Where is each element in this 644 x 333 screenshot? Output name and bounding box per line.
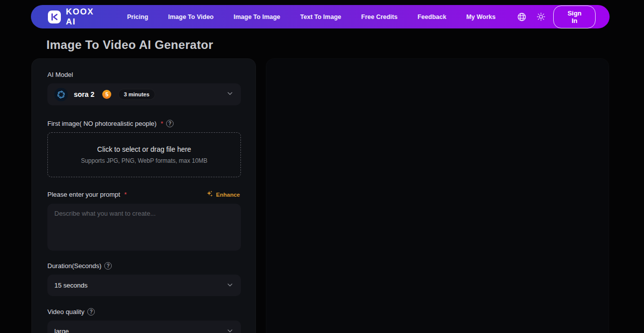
nav-item-image-to-video[interactable]: Image To Video [168,9,214,24]
nav-item-image-to-image[interactable]: Image To Image [233,9,280,24]
ai-model-label-text: AI Model [47,71,73,78]
first-image-label: First image( NO photorealistic people) *… [47,120,240,127]
enhance-prompt-button[interactable]: Enhance [206,190,240,199]
prompt-input[interactable] [47,204,241,251]
sparkles-icon [206,190,214,199]
prompt-label-text: Please enter your prompt [47,191,120,198]
duration-selected-value: 15 seconds [54,282,88,289]
sora-model-icon [54,88,68,101]
upload-title: Click to select or drag file here [97,145,191,153]
ai-model-select[interactable]: sora 2 5 3 minutes [47,83,241,105]
chevron-down-icon [226,281,234,290]
nav-item-my-works[interactable]: My Works [466,9,496,24]
page-title: Image To Video AI Generator [46,38,213,52]
question-circle-icon[interactable]: ? [87,308,95,316]
chevron-down-icon [226,89,234,99]
required-asterisk: * [161,120,163,127]
credit-cost-badge: 5 [102,90,111,99]
nav-item-pricing[interactable]: Pricing [127,9,148,24]
nav-icon-group [516,11,546,22]
koox-logo-icon [48,10,61,23]
upload-hint: Supports JPG, PNG, WebP formats, max 10M… [81,157,208,164]
sun-icon[interactable] [535,11,546,22]
duration-select[interactable]: 15 seconds [47,275,241,296]
generation-time-badge: 3 minutes [118,89,155,100]
image-upload-dropzone[interactable]: Click to select or drag file here Suppor… [47,132,241,177]
first-image-label-text: First image( NO photorealistic people) [47,120,157,127]
nav-links-primary: Pricing Image To Video Image To Image Te… [117,9,351,24]
selected-model-name: sora 2 [74,90,94,98]
duration-label-text: Duration(Seconds) [47,262,101,270]
brand[interactable]: KOOX AI [48,7,100,27]
brand-name: KOOX AI [66,7,100,27]
globe-icon[interactable] [516,11,527,22]
chevron-down-icon [226,327,234,333]
video-quality-label-text: Video quality [47,308,84,316]
prompt-header-row: Please enter your prompt * Enhance [47,190,240,199]
nav-links-secondary: Free Credits Feedback My Works [351,9,505,24]
ai-model-label: AI Model [47,71,240,78]
prompt-label: Please enter your prompt * [47,191,127,198]
question-circle-icon[interactable]: ? [104,262,112,270]
required-asterisk: * [124,191,127,198]
nav-item-text-to-image[interactable]: Text To Image [300,9,341,24]
generator-form-panel: AI Model sora 2 5 3 minutes First image(… [31,58,256,333]
sign-in-button[interactable]: Sign In [553,5,596,28]
video-preview-panel [266,58,609,333]
quality-selected-value: large [54,328,69,333]
question-circle-icon[interactable]: ? [166,120,174,127]
top-navbar: KOOX AI Pricing Image To Video Image To … [31,5,610,28]
video-quality-select[interactable]: large [47,321,241,333]
nav-item-free-credits[interactable]: Free Credits [361,9,398,24]
video-quality-label: Video quality ? [47,308,240,316]
enhance-label: Enhance [216,192,240,198]
duration-label: Duration(Seconds) ? [47,262,240,270]
nav-item-feedback[interactable]: Feedback [418,9,446,24]
